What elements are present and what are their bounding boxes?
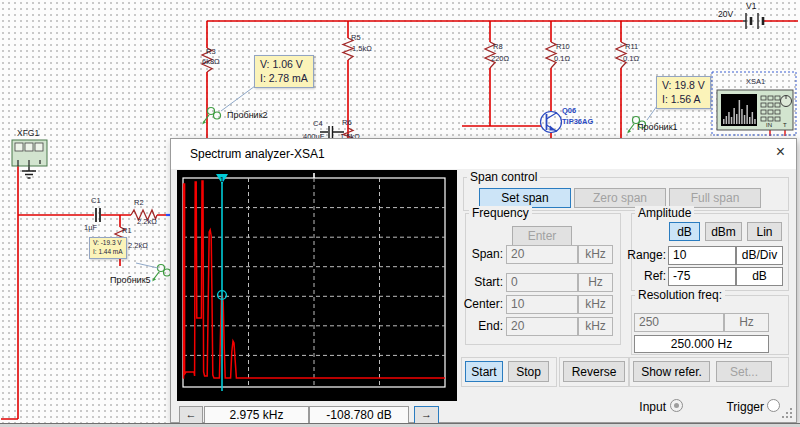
probe2-label[interactable]: Пробник2 (227, 110, 268, 120)
probe5-tooltip: V: -19.3 V I: 1.44 mA (89, 237, 127, 259)
multisim-workspace: IN T XFG1 V1 20V R3 6k8Ω (0, 0, 800, 427)
center-label: Center: (455, 295, 503, 314)
r3-ref[interactable]: R3 (206, 47, 216, 56)
start-input[interactable]: 0 (506, 273, 578, 292)
window-title: Spectrum analyzer-XSA1 (190, 147, 325, 161)
capacitor-c1[interactable] (96, 208, 100, 222)
r3-value[interactable]: 6k8Ω (202, 57, 220, 66)
battery-v1[interactable] (743, 13, 763, 29)
amplitude-group-label: Amplitude (635, 206, 694, 220)
r10-ref[interactable]: R10 (556, 42, 570, 51)
probe1-voltage: V: 19.8 V (662, 79, 705, 93)
ref-input[interactable]: -75 (668, 267, 736, 286)
marker-1[interactable]: 1 (216, 174, 228, 391)
start-unit: Hz (578, 273, 613, 292)
range-input[interactable]: 10 (668, 246, 736, 265)
trigger-radio[interactable] (767, 399, 780, 412)
r11-ref[interactable]: R11 (625, 42, 638, 51)
center-unit: kHz (578, 295, 613, 314)
ref-unit: dB (736, 267, 783, 286)
resolution-unit: Hz (724, 313, 769, 332)
range-label: Range: (621, 246, 666, 265)
q6-value[interactable]: TIP36AG (562, 117, 593, 126)
r11-value[interactable]: 0.1Ω (623, 54, 639, 63)
r1-ref[interactable]: R1 (122, 226, 132, 235)
window-titlebar[interactable]: Spectrum analyzer-XSA1 × (171, 139, 796, 169)
r1-value[interactable]: 2.2kΩ (128, 241, 148, 250)
xfg1-label[interactable]: XFG1 (17, 128, 39, 138)
r8-value[interactable]: 220Ω (491, 54, 509, 63)
r8-ref[interactable]: R8 (493, 42, 503, 51)
start-button[interactable]: Start (465, 361, 503, 382)
end-unit: kHz (578, 317, 613, 336)
c4-ref[interactable]: C4 (313, 119, 323, 128)
probe5-voltage: V: -19.3 V (93, 239, 123, 248)
input-radio[interactable] (670, 399, 683, 412)
frequency-group-label: Frequency (469, 206, 532, 220)
ref-label: Ref: (621, 267, 666, 286)
r2-ref[interactable]: R2 (134, 198, 144, 207)
r2-value[interactable]: 2.2kΩ (137, 217, 157, 226)
function-generator-icon[interactable] (12, 140, 47, 166)
probe2-current: I: 2.78 mA (260, 72, 308, 86)
enter-button[interactable]: Enter (512, 226, 572, 246)
probe1-tooltip: V: 19.8 V I: 1.56 A (656, 76, 711, 109)
input-label: Input (626, 400, 666, 414)
ground-symbol[interactable] (22, 166, 36, 178)
c1-value[interactable]: 1µF (84, 223, 97, 232)
span-unit: kHz (578, 245, 613, 264)
span-input[interactable]: 20 (506, 245, 578, 264)
db-button[interactable]: dB (669, 222, 700, 241)
stop-button[interactable]: Stop (508, 361, 549, 382)
trigger-label: Trigger (719, 400, 764, 414)
marker-frequency-readout: 2.975 kHz (204, 406, 309, 424)
spectrum-plot[interactable]: 1 (177, 170, 457, 401)
r10-value[interactable]: 0.1Ω (554, 54, 570, 63)
probe5-current: I: 1.44 mA (93, 248, 123, 257)
r5-ref[interactable]: R5 (351, 33, 361, 42)
probe2-voltage: V: 1.06 V (260, 58, 308, 72)
center-input[interactable]: 10 (506, 295, 578, 314)
start-label: Start: (455, 273, 503, 292)
marker-number: 1 (220, 176, 224, 183)
r6-ref[interactable]: R6 (342, 118, 352, 127)
marker-left-button[interactable]: ← (179, 406, 203, 424)
resize-grip[interactable] (782, 408, 793, 419)
probe2-tooltip: V: 1.06 V I: 2.78 mA (254, 55, 314, 88)
range-unit: dB/Div (736, 246, 783, 265)
v1-ref[interactable]: V1 (746, 1, 756, 11)
set-button[interactable]: Set... (716, 361, 772, 382)
show-refer-button[interactable]: Show refer. (633, 361, 710, 382)
span-control-label: Span control (467, 170, 540, 184)
set-span-button[interactable]: Set span (479, 188, 571, 208)
end-label: End: (455, 317, 503, 336)
r5-value[interactable]: 1.5kΩ (352, 44, 372, 53)
zero-span-button[interactable]: Zero span (574, 188, 666, 208)
dbm-button[interactable]: dBm (705, 222, 742, 241)
marker-amplitude-readout: -108.780 dB (309, 406, 409, 424)
probe1-current: I: 1.56 A (662, 93, 705, 107)
q6-ref[interactable]: Q06 (562, 106, 576, 115)
probe2-icon[interactable] (202, 108, 221, 125)
resolution-group-label: Resolution freq: (635, 288, 725, 302)
xsa1-label[interactable]: XSA1 (746, 77, 765, 86)
window-edge (0, 423, 800, 427)
c1-ref[interactable]: C1 (91, 196, 101, 205)
terminal-in-label: IN (766, 122, 772, 128)
probe5-label[interactable]: Пробник5 (110, 275, 151, 285)
span-label: Span: (455, 245, 503, 264)
close-icon[interactable]: × (776, 144, 785, 160)
resolution-input[interactable]: 250 (634, 313, 724, 332)
probe1-label[interactable]: Пробник1 (637, 122, 678, 132)
resolution-display: 250.000 Hz (634, 335, 769, 353)
terminal-t-label: T (783, 122, 787, 128)
full-span-button[interactable]: Full span (669, 188, 761, 208)
lin-button[interactable]: Lin (747, 222, 782, 241)
spectrum-analyzer-window: Spectrum analyzer-XSA1 × 1 (170, 138, 797, 423)
marker-right-button[interactable]: → (414, 406, 439, 424)
end-input[interactable]: 20 (506, 317, 578, 336)
v1-value[interactable]: 20V (718, 9, 733, 19)
transistor-q06[interactable] (541, 112, 562, 133)
reverse-button[interactable]: Reverse (563, 361, 625, 382)
